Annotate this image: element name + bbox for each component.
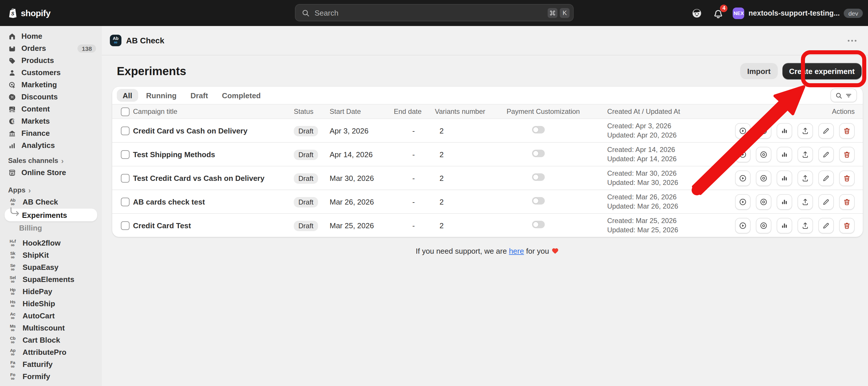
payment-customization-toggle[interactable] xyxy=(532,221,545,228)
page-head: Experiments Import Create experiment xyxy=(102,56,868,87)
support-link[interactable]: here xyxy=(509,247,524,255)
export-button[interactable] xyxy=(798,194,813,210)
row-checkbox[interactable] xyxy=(121,150,129,159)
chart-button[interactable] xyxy=(777,147,792,162)
edit-button[interactable] xyxy=(818,218,834,233)
sidebar-item-cart-block[interactable]: Cb ∞ Cart Block xyxy=(0,334,102,346)
play-button[interactable] xyxy=(735,123,751,138)
sidebar-item-finance[interactable]: Finance xyxy=(0,127,102,139)
play-button[interactable] xyxy=(735,170,751,186)
sidebar-item-analytics[interactable]: Analytics xyxy=(0,139,102,151)
sidebar-item-customers[interactable]: Customers xyxy=(0,66,102,78)
export-button[interactable] xyxy=(798,123,813,138)
create-experiment-button[interactable]: Create experiment xyxy=(782,63,862,79)
app-icon: Fo ∞ xyxy=(8,373,17,381)
row-checkbox[interactable] xyxy=(121,197,129,206)
tab-draft[interactable]: Draft xyxy=(185,89,214,102)
shopify-wordmark: shopify xyxy=(21,8,51,18)
support-text: for you xyxy=(524,247,551,255)
sidebar-item-fatturify[interactable]: Fa ∞ Fatturify xyxy=(0,358,102,371)
delete-button[interactable] xyxy=(839,218,855,233)
shopify-logo[interactable]: shopify xyxy=(7,0,51,26)
sidekick-button[interactable] xyxy=(690,6,704,20)
sidebar-item-autocart[interactable]: Ac ∞ AutoCart xyxy=(0,310,102,322)
sidebar-item-content[interactable]: Content xyxy=(0,103,102,115)
import-button[interactable]: Import xyxy=(740,63,777,79)
sidebar-item-orders[interactable]: Orders 138 xyxy=(0,42,102,54)
campaign-title[interactable]: Test Credit Card vs Cash on Delivery xyxy=(133,174,294,182)
payment-customization-toggle[interactable] xyxy=(532,126,545,133)
play-button[interactable] xyxy=(735,194,751,210)
notifications-button[interactable]: 4 xyxy=(712,6,725,20)
chart-button[interactable] xyxy=(777,123,792,138)
row-checkbox[interactable] xyxy=(121,126,129,135)
results-button[interactable] xyxy=(756,147,771,162)
notification-badge: 4 xyxy=(720,4,728,12)
results-icon xyxy=(759,174,768,182)
sidebar-item-formify[interactable]: Fo ∞ Formify xyxy=(0,371,102,383)
delete-button[interactable] xyxy=(839,123,855,138)
export-button[interactable] xyxy=(798,147,813,162)
store-menu-button[interactable]: NEX nextools-support-testing... dev xyxy=(733,7,863,19)
row-actions xyxy=(720,170,863,186)
sidebar-item-online-store[interactable]: Online Store xyxy=(0,166,102,179)
sidebar-item-attributepro[interactable]: Ap ∞ AttributePro xyxy=(0,346,102,358)
sidebar-item-markets[interactable]: Markets xyxy=(0,115,102,127)
sidebar-section-sales-channels[interactable]: Sales channels › xyxy=(0,155,102,166)
tab-completed[interactable]: Completed xyxy=(216,89,266,102)
global-search-input[interactable]: Search K xyxy=(295,4,574,21)
export-button[interactable] xyxy=(798,218,813,233)
sidebar-item-multiscount[interactable]: Ms ∞ Multiscount xyxy=(0,322,102,334)
more-actions-button[interactable] xyxy=(844,36,860,45)
app-icon: Sel ∞ xyxy=(8,275,17,283)
delete-button[interactable] xyxy=(839,147,855,162)
sidebar-item-label: Online Store xyxy=(21,168,66,177)
results-button[interactable] xyxy=(756,218,771,233)
payment-customization-toggle[interactable] xyxy=(532,197,545,204)
results-button[interactable] xyxy=(756,170,771,186)
campaign-title[interactable]: AB cards check test xyxy=(133,197,294,206)
play-button[interactable] xyxy=(735,147,751,162)
tab-running[interactable]: Running xyxy=(140,89,182,102)
app-icon: Sk ∞ xyxy=(8,251,17,259)
sidebar-item-supaelements[interactable]: Sel ∞ SupaElements xyxy=(0,273,102,285)
results-button[interactable] xyxy=(756,123,771,138)
delete-button[interactable] xyxy=(839,194,855,210)
sidebar-item-hideship[interactable]: Hs ∞ HideShip xyxy=(0,298,102,310)
table-search-filter-button[interactable] xyxy=(830,88,857,102)
sidebar-item-home[interactable]: Home xyxy=(0,30,102,42)
edit-button[interactable] xyxy=(818,123,834,138)
sidebar-item-hook2flow[interactable]: H₂f ∞ Hook2flow xyxy=(0,237,102,249)
sidebar-item-marketing[interactable]: Marketing xyxy=(0,78,102,91)
select-all-checkbox[interactable] xyxy=(121,107,129,116)
results-button[interactable] xyxy=(756,194,771,210)
tab-all[interactable]: All xyxy=(117,89,138,102)
chart-button[interactable] xyxy=(777,170,792,186)
sidebar-item-products[interactable]: Products xyxy=(0,54,102,66)
sidebar-item-discounts[interactable]: Discounts xyxy=(0,91,102,103)
campaign-title[interactable]: Credit Card vs Cash on Delivery xyxy=(133,126,294,135)
sidebar-item-billing[interactable]: Billing xyxy=(0,222,102,234)
payment-customization-toggle[interactable] xyxy=(532,150,545,157)
payment-customization-toggle[interactable] xyxy=(532,173,545,181)
edit-button[interactable] xyxy=(818,170,834,186)
campaign-title[interactable]: Test Shipping Methods xyxy=(133,150,294,159)
row-checkbox[interactable] xyxy=(121,221,129,230)
sidebar-item-ab-check[interactable]: Ab ∞ AB Check xyxy=(0,196,102,208)
chart-button[interactable] xyxy=(777,194,792,210)
edit-button[interactable] xyxy=(818,147,834,162)
sidebar-section-apps[interactable]: Apps › xyxy=(0,184,102,196)
sidebar-item-label: Cart Block xyxy=(23,336,60,344)
delete-button[interactable] xyxy=(839,170,855,186)
column-header-payment-customization: Payment Customization xyxy=(506,107,607,116)
app-icon: Hp ∞ xyxy=(8,287,17,296)
sidebar-item-shipkit[interactable]: Sk ∞ ShipKit xyxy=(0,249,102,261)
row-checkbox[interactable] xyxy=(121,174,129,182)
sidebar-item-supaeasy[interactable]: Se ∞ SupaEasy xyxy=(0,261,102,273)
edit-button[interactable] xyxy=(818,194,834,210)
campaign-title[interactable]: Credit Card Test xyxy=(133,221,294,230)
chart-button[interactable] xyxy=(777,218,792,233)
play-button[interactable] xyxy=(735,218,751,233)
sidebar-item-hidepay[interactable]: Hp ∞ HidePay xyxy=(0,285,102,298)
export-button[interactable] xyxy=(798,170,813,186)
